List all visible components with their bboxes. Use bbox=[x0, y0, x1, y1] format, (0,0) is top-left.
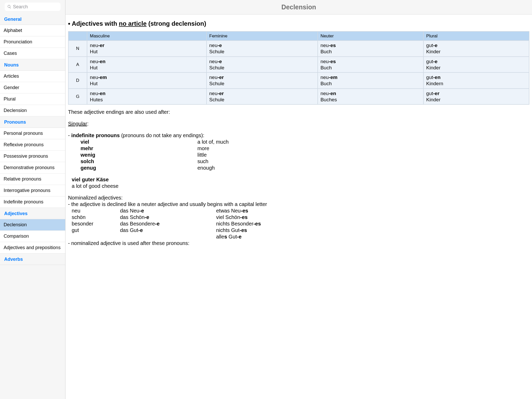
decl-cell: gut-eKinder bbox=[424, 41, 529, 56]
nav-item[interactable]: Alphabet bbox=[0, 25, 65, 36]
indef-row: viela lot of, much bbox=[68, 139, 529, 145]
case-cell: A bbox=[69, 57, 87, 72]
indef-de: genug bbox=[81, 165, 197, 171]
decl-cell: gut-eKinder bbox=[424, 57, 529, 72]
case-cell: D bbox=[69, 73, 87, 88]
search-wrap: Search bbox=[0, 0, 65, 14]
decl-cell: neu-enHut bbox=[87, 57, 206, 72]
section-header[interactable]: Nouns bbox=[0, 59, 65, 71]
nav-item[interactable]: Demonstrative pronouns bbox=[0, 162, 65, 174]
nom-adj-c3: nichts Gut-es bbox=[216, 227, 529, 234]
decl-cell: neu-esBuch bbox=[318, 41, 423, 56]
nav-item[interactable]: Declension bbox=[0, 105, 65, 116]
nom-adj-row: besonderdas Besondere-enichts Besonder-e… bbox=[68, 221, 529, 227]
nom-adj-c3: viel Schön-es bbox=[216, 214, 529, 221]
case-cell: G bbox=[69, 89, 87, 104]
table-column-header: Feminine bbox=[207, 32, 317, 40]
nom-adj-used-after: - nominalized adjective is used after th… bbox=[68, 240, 529, 247]
decl-cell: gut-erKinder bbox=[424, 89, 529, 104]
heading-bullet: • bbox=[68, 20, 70, 27]
nom-adj-c3: etwas Neu-es bbox=[216, 208, 529, 214]
nom-adj-c3: alles Gut-e bbox=[216, 234, 529, 240]
nom-adj-c1 bbox=[68, 234, 120, 240]
example-de: viel guter Käse bbox=[68, 176, 529, 183]
nav-item[interactable]: Pronunciation bbox=[0, 36, 65, 48]
indef-row: solchsuch bbox=[68, 158, 529, 165]
indef-de: wenig bbox=[81, 152, 197, 158]
nom-adj-c1: neu bbox=[68, 208, 120, 214]
heading-post: (strong declension) bbox=[148, 20, 206, 27]
table-column-header: Neuter bbox=[318, 32, 423, 40]
indef-row: mehrmore bbox=[68, 145, 529, 152]
decl-cell: neu-enBuches bbox=[318, 89, 423, 104]
nom-adj-c1: besonder bbox=[68, 221, 120, 227]
nav-item[interactable]: Cases bbox=[0, 48, 65, 59]
table-row: Nneu-erHutneu-eSchuleneu-esBuchgut-eKind… bbox=[69, 41, 529, 56]
nom-adj-c2 bbox=[120, 234, 216, 240]
nav-item[interactable]: Possessive pronouns bbox=[0, 151, 65, 162]
nom-adj-c2: das Besondere-e bbox=[120, 221, 216, 227]
table-corner bbox=[69, 32, 87, 40]
nom-adj-c3: nichts Besonder-es bbox=[216, 221, 529, 227]
nav-item[interactable]: Comparison bbox=[0, 231, 65, 242]
nav-item[interactable]: Adjectives and prepositions bbox=[0, 242, 65, 254]
decl-cell: neu-erSchule bbox=[207, 89, 317, 104]
decl-cell: neu-eSchule bbox=[207, 41, 317, 56]
search-icon bbox=[7, 5, 11, 9]
nav-item[interactable]: Interrogative pronouns bbox=[0, 185, 65, 196]
table-column-header: Masculine bbox=[87, 32, 206, 40]
nom-adj-row: alles Gut-e bbox=[68, 234, 529, 240]
decl-cell: neu-enHutes bbox=[87, 89, 206, 104]
section-header[interactable]: General bbox=[0, 14, 65, 25]
indef-prefix: - bbox=[68, 132, 71, 138]
section-header[interactable]: Adjectives bbox=[0, 208, 65, 219]
section-heading: • Adjectives with no article (strong dec… bbox=[68, 20, 529, 31]
nom-adj-row: gutdas Gut-enichts Gut-es bbox=[68, 227, 529, 234]
indef-de: viel bbox=[81, 139, 197, 145]
nav-item[interactable]: Reflexive pronouns bbox=[0, 139, 65, 151]
nom-adj-desc: - the adjective is declined like a neute… bbox=[68, 201, 529, 208]
indef-pronouns-block: - indefinite pronouns (pronouns do not t… bbox=[68, 128, 529, 172]
decl-cell: neu-erSchule bbox=[207, 73, 317, 88]
nom-adj-c2: das Schön-e bbox=[120, 214, 216, 221]
indef-en: such bbox=[197, 158, 208, 165]
page-title: Declension bbox=[65, 0, 532, 15]
decl-cell: neu-eSchule bbox=[207, 57, 317, 72]
nav-item[interactable]: Gender bbox=[0, 82, 65, 94]
nav-item[interactable]: Relative pronouns bbox=[0, 174, 65, 185]
decl-cell: neu-erHut bbox=[87, 41, 206, 56]
table-row: Aneu-enHutneu-eSchuleneu-esBuchgut-eKind… bbox=[69, 57, 529, 72]
section-header[interactable]: Adverbs bbox=[0, 254, 65, 265]
nav-item[interactable]: Articles bbox=[0, 71, 65, 82]
after-table-text: These adjective endings are also used af… bbox=[68, 105, 529, 116]
nav-item[interactable]: Plural bbox=[0, 94, 65, 105]
sidebar: Search GeneralAlphabetPronunciationCases… bbox=[0, 0, 65, 399]
indef-en: enough bbox=[197, 165, 215, 171]
indef-en: more bbox=[197, 145, 209, 152]
nom-adj-c1: schön bbox=[68, 214, 120, 221]
example-block: viel guter Käse a lot of good cheese bbox=[68, 172, 529, 190]
nav-item[interactable]: Declension bbox=[0, 219, 65, 231]
decl-cell: neu-emHut bbox=[87, 73, 206, 88]
nom-adj-c2: das Neu-e bbox=[120, 208, 216, 214]
section-header[interactable]: Pronouns bbox=[0, 116, 65, 128]
decl-cell: neu-emBuch bbox=[318, 73, 423, 88]
decl-cell: neu-esBuch bbox=[318, 57, 423, 72]
example-en: a lot of good cheese bbox=[68, 183, 529, 189]
nom-adj-block: Nominalized adjectives: - the adjective … bbox=[68, 190, 529, 248]
case-cell: N bbox=[69, 41, 87, 56]
search-placeholder: Search bbox=[13, 4, 28, 10]
indef-de: mehr bbox=[81, 145, 197, 152]
singular-label: Singular: bbox=[68, 116, 529, 128]
singular-label-text: Singular bbox=[68, 121, 87, 127]
table-row: Gneu-enHutesneu-erSchuleneu-enBuchesgut-… bbox=[69, 89, 529, 104]
heading-underlined: no article bbox=[119, 20, 147, 27]
nav-item[interactable]: Indefinite pronouns bbox=[0, 196, 65, 208]
search-input[interactable]: Search bbox=[5, 3, 61, 11]
indef-en: little bbox=[197, 152, 207, 158]
indef-de: solch bbox=[81, 158, 197, 165]
decl-cell: gut-enKindern bbox=[424, 73, 529, 88]
nom-adj-row: neudas Neu-eetwas Neu-es bbox=[68, 208, 529, 214]
indef-row: genugenough bbox=[68, 165, 529, 171]
nav-item[interactable]: Personal pronouns bbox=[0, 128, 65, 139]
